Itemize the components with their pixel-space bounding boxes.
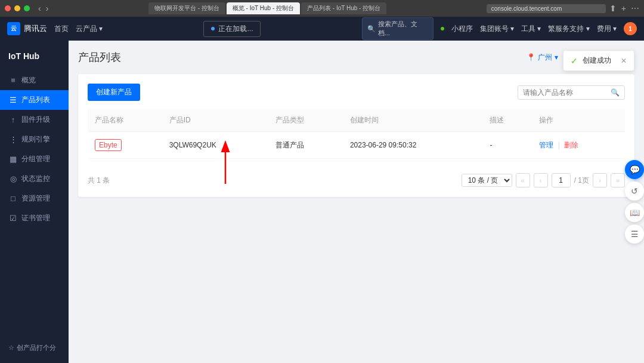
address-bar[interactable]: console.cloud.tencent.com [487,4,606,13]
content-area: 产品列表 📍 广州 ▾ › 物联网通信帮助文档 ✓ 创建成功 ✕ 创建新产品 [69,41,644,363]
pagination: 共 1 条 10 条 / 页 20 条 / 页 50 条 / 页 « ‹ / 1… [88,167,625,187]
maximize-dot[interactable] [24,5,30,11]
product-search-wrap[interactable]: 🔍 [518,85,625,100]
col-actions: 操作 [532,109,625,132]
product-list-card: 创建新产品 🔍 产品名称 产品ID 产品类型 创建时间 描述 操作 [78,74,634,197]
top-search-box[interactable]: 🔍 搜索产品、文档... [362,17,434,40]
sidebar-item-firmware[interactable]: ↑ 固件升级 [0,110,69,130]
col-desc: 描述 [482,109,532,132]
sidebar-bottom-rating[interactable]: ☆ 创产品打个分 [8,343,60,352]
last-page-button[interactable]: » [611,173,625,187]
sidebar-item-products[interactable]: ☰ 产品列表 [0,90,69,110]
sidebar-item-label: 分组管理 [21,154,50,164]
region-label: 广州 [538,53,552,63]
sidebar-item-resources[interactable]: □ 资源管理 [0,189,69,208]
table-toolbar: 创建新产品 🔍 [88,84,625,101]
page-total: / 1页 [574,176,589,186]
browser-tab-0[interactable]: 物联网开发平台 - 控制台 [148,2,225,14]
sidebar-item-label: 概览 [21,75,36,85]
minimize-dot[interactable] [14,5,20,11]
prev-page-button[interactable]: ‹ [534,173,548,187]
product-name-tag[interactable]: Ebyte [95,139,122,151]
status-dot [441,27,444,30]
back-icon[interactable]: ‹ [38,4,41,13]
float-chat-button[interactable]: 💬 [625,160,644,179]
nav-home[interactable]: 首页 [54,24,69,34]
region-icon: 📍 [527,53,535,61]
overview-icon: ≡ [8,76,18,85]
products-icon: ☰ [8,96,18,104]
delete-action[interactable]: 删除 [564,141,578,149]
nav-service[interactable]: 繁服务支持 ▾ [548,24,589,34]
firmware-icon: ↑ [8,115,18,124]
nav-cloud-products[interactable]: 云产品 ▾ [76,24,103,34]
product-desc-cell: - [482,132,532,159]
sidebar-item-status[interactable]: ◎ 状态监控 [0,169,69,189]
product-search-input[interactable] [523,88,607,97]
main-layout: IoT Hub ≡ 概览 ☰ 产品列表 ↑ 固件升级 ⋮ 规则引擎 ▦ 分组管理… [0,41,644,363]
float-refresh-button[interactable]: ↺ [625,182,644,201]
share-icon[interactable]: ⬆ [609,4,617,13]
toast-success-icon: ✓ [571,56,578,66]
float-menu-button[interactable]: ☰ [625,224,644,244]
toast-notification: ✓ 创建成功 ✕ [563,50,634,71]
pagination-total: 共 1 条 [88,176,110,186]
new-tab-icon[interactable]: + [621,4,626,13]
resources-icon: □ [8,194,18,203]
table-row: Ebyte 3QLW69Q2UK 普通产品 2023-06-29 09:50:3… [88,132,625,159]
nav-monitoring[interactable]: 小程序 [451,24,473,34]
toast-close-button[interactable]: ✕ [621,57,627,65]
top-navigation: 云 腾讯云 首页 云产品 ▾ 正在加载... 🔍 搜索产品、文档... 小程序 … [0,17,644,41]
sidebar-bottom: ☆ 创产品打个分 [0,339,69,357]
sidebar-item-cert[interactable]: ☑ 证书管理 [0,208,69,228]
more-icon[interactable]: ⋯ [631,4,639,13]
sidebar-item-label: 产品列表 [21,95,50,105]
col-created: 创建时间 [343,109,482,132]
browser-tabs: 物联网开发平台 - 控制台 概览 - IoT Hub - 控制台 产品列表 - … [52,2,482,14]
page-number-input[interactable] [552,173,571,187]
sidebar-item-groups[interactable]: ▦ 分组管理 [0,149,69,169]
chevron-down-icon: ▾ [555,53,558,61]
create-product-button[interactable]: 创建新产品 [88,84,140,101]
sidebar-bottom-label: 创产品打个分 [17,343,56,352]
groups-icon: ▦ [8,155,18,164]
col-id: 产品ID [162,109,269,132]
rules-icon: ⋮ [8,135,18,144]
nav-billing[interactable]: 费用 ▾ [597,24,617,34]
next-page-button[interactable]: › [593,173,607,187]
float-docs-button[interactable]: 📖 [625,203,644,222]
logo-icon: 云 [7,22,20,35]
nav-enterprise[interactable]: 集团账号 ▾ [480,24,514,34]
table-header: 产品名称 产品ID 产品类型 创建时间 描述 操作 [88,109,625,132]
region-selector[interactable]: 📍 广州 ▾ [527,53,558,63]
search-placeholder-text: 搜索产品、文档... [378,20,428,38]
product-table: 产品名称 产品ID 产品类型 创建时间 描述 操作 Ebyte 3QLW69Q2… [88,109,625,159]
close-dot[interactable] [5,5,11,11]
loading-dot [211,27,215,30]
product-id-cell: 3QLW69Q2UK [162,132,269,159]
sidebar-item-overview[interactable]: ≡ 概览 [0,70,69,90]
sidebar: IoT Hub ≡ 概览 ☰ 产品列表 ↑ 固件升级 ⋮ 规则引擎 ▦ 分组管理… [0,41,69,363]
sidebar-item-label: 证书管理 [21,213,50,223]
first-page-button[interactable]: « [516,173,530,187]
cert-icon: ☑ [8,214,18,223]
page-size-select[interactable]: 10 条 / 页 20 条 / 页 50 条 / 页 [462,174,512,187]
user-avatar[interactable]: 1 [624,22,637,35]
manage-action[interactable]: 管理 [539,141,553,149]
browser-actions: ⬆ + ⋯ [609,4,639,13]
sidebar-item-rules[interactable]: ⋮ 规则引擎 [0,130,69,149]
browser-tab-1[interactable]: 概览 - IoT Hub - 控制台 [227,2,300,14]
browser-tab-2[interactable]: 产品列表 - IoT Hub - 控制台 [301,2,386,14]
sidebar-item-label: 规则引擎 [21,134,50,144]
product-type-cell: 普通产品 [268,132,343,159]
nav-center: 正在加载... [110,21,354,37]
browser-window-controls [5,5,30,11]
product-actions-cell: 管理 | 删除 [532,132,625,159]
product-created-cell: 2023-06-29 09:50:32 [343,132,482,159]
forward-icon[interactable]: › [46,4,49,13]
nav-right: 🔍 搜索产品、文档... 小程序 集团账号 ▾ 工具 ▾ 繁服务支持 ▾ 费用 … [362,17,637,40]
browser-chrome: ‹ › 物联网开发平台 - 控制台 概览 - IoT Hub - 控制台 产品列… [0,0,644,17]
search-icon: 🔍 [611,88,620,97]
nav-tools[interactable]: 工具 ▾ [521,24,541,34]
logo: 云 腾讯云 [7,22,47,35]
